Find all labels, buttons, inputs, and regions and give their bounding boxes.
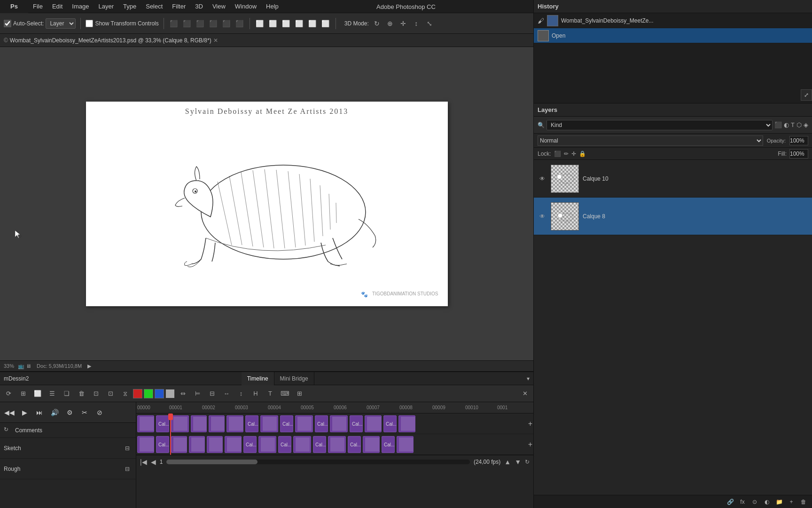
clip-sketch-2[interactable]: ▶ — [171, 415, 189, 432]
anim-tool-arrows[interactable]: ⇔ — [176, 387, 189, 400]
clip-rough-cal-4[interactable]: Cal...▶ — [313, 436, 326, 453]
layer-item-0[interactable]: 👁 Calque 10 — [534, 160, 812, 198]
clip-sketch-8[interactable]: ▶ — [330, 415, 348, 432]
loop-icon[interactable]: ↻ — [525, 459, 530, 465]
clip-sketch-7[interactable]: ▶ — [295, 415, 313, 432]
timeline-tab[interactable]: Timeline — [242, 372, 274, 385]
anim-tool-extra[interactable]: ⊞ — [293, 387, 306, 400]
dist-left-icon[interactable]: ⬜ — [294, 18, 304, 29]
anim-tool-shrink[interactable]: ↕ — [234, 387, 248, 400]
dist-vert-icon[interactable]: ⬜ — [268, 18, 278, 29]
clip-rough-10[interactable] — [397, 436, 414, 453]
layers-kind-select[interactable]: Kind — [547, 120, 773, 130]
menu-file[interactable]: File — [28, 0, 47, 13]
align-vert-center-icon[interactable]: ⬛ — [182, 18, 192, 29]
history-item-1[interactable]: Open — [534, 28, 812, 43]
clip-sketch-10[interactable] — [398, 415, 415, 432]
sketch-track-add-icon[interactable]: + — [528, 420, 532, 428]
clip-sketch-thumb-1[interactable] — [137, 415, 154, 432]
menu-help[interactable]: Help — [261, 0, 283, 13]
anim-color-green[interactable] — [144, 389, 153, 398]
align-top-icon[interactable]: ⬛ — [169, 18, 179, 29]
anim-layer-sketch[interactable]: Sketch ⊟ — [0, 438, 136, 459]
adj-filter-icon[interactable]: ◐ — [784, 121, 789, 128]
anim-tool-copy[interactable]: ❏ — [60, 387, 73, 400]
opacity-input[interactable] — [789, 136, 808, 145]
3d-scale-icon[interactable]: ⤡ — [424, 18, 435, 29]
rough-track-add-icon[interactable]: + — [528, 440, 532, 449]
mute-btn[interactable]: ⊘ — [94, 407, 105, 418]
clip-sketch-cal-6[interactable]: Cal...▶ — [383, 415, 397, 432]
clip-rough-cal-5[interactable]: Cal...▶ — [348, 436, 361, 453]
anim-tool-split[interactable]: ⊨ — [191, 387, 204, 400]
clip-rough-8[interactable]: ▶ — [328, 436, 346, 453]
go-start-btn[interactable]: |◀ — [140, 458, 147, 466]
add-layer-icon[interactable]: + — [787, 497, 796, 507]
settings-btn[interactable]: ⚙ — [64, 407, 75, 418]
play-btn[interactable]: ▶ — [19, 407, 30, 418]
step-forward-btn[interactable]: ⏭ — [34, 407, 45, 418]
align-bottom-icon[interactable]: ⬛ — [195, 18, 205, 29]
anim-color-none[interactable] — [165, 389, 175, 398]
frame-down-btn[interactable]: ▼ — [515, 458, 521, 466]
clip-rough-1[interactable]: Cal...▶ — [156, 436, 169, 453]
history-item-0[interactable]: 🖌 Wombat_SylvainDeboissy_MeetZe... — [534, 13, 812, 28]
rewind-btn[interactable]: ◀◀ — [4, 407, 15, 418]
clip-rough-4[interactable]: ▶ — [207, 436, 223, 453]
clip-rough-7[interactable]: ▶ — [293, 436, 311, 453]
clip-rough-cal-2[interactable]: Cal...▶ — [243, 436, 257, 453]
clip-rough-9[interactable] — [363, 436, 380, 453]
blend-mode-select[interactable]: Normal Multiply Screen — [538, 135, 763, 146]
lock-paint-icon[interactable]: ✏ — [564, 151, 569, 157]
add-group-icon[interactable]: 📁 — [774, 497, 784, 507]
doc-tab-close[interactable]: ✕ — [213, 37, 218, 44]
align-horiz-center-icon[interactable]: ⬛ — [221, 18, 232, 29]
menu-layer[interactable]: Layer — [94, 0, 119, 13]
anim-tool-bracket-r[interactable]: ⊡ — [104, 387, 117, 400]
menu-type[interactable]: Type — [118, 0, 141, 13]
dist-horiz-icon[interactable]: ⬜ — [307, 18, 318, 29]
lock-all-icon[interactable]: 🔒 — [579, 151, 586, 157]
add-mask-icon[interactable]: ⊙ — [750, 497, 759, 507]
timeline-scrollbar[interactable] — [166, 460, 470, 464]
cut-btn[interactable]: ✂ — [79, 407, 90, 418]
menu-3d[interactable]: 3D — [190, 0, 208, 13]
rough-layer-settings-icon[interactable]: ⊟ — [123, 464, 132, 474]
layer-item-1[interactable]: 👁 Calque 8 — [534, 198, 812, 235]
anim-tool-blend[interactable]: ⧖ — [118, 387, 132, 400]
clip-sketch-9[interactable] — [365, 415, 382, 432]
play-button[interactable]: ▶ — [87, 363, 91, 369]
anim-tool-prop[interactable]: ⊟ — [205, 387, 219, 400]
transform-checkbox[interactable] — [86, 20, 93, 27]
3d-pan-icon[interactable]: ✛ — [398, 18, 408, 29]
clip-rough-6[interactable]: ▶ — [258, 436, 276, 453]
clip-sketch-6[interactable]: ▶ — [260, 415, 278, 432]
anim-tool-key[interactable]: ⌨ — [278, 387, 291, 400]
clip-sketch-5[interactable] — [226, 415, 243, 432]
menu-select[interactable]: Select — [141, 0, 167, 13]
frame-up-btn[interactable]: ▲ — [504, 458, 511, 466]
menu-filter[interactable]: Filter — [167, 0, 190, 13]
dist-bottom-icon[interactable]: ⬜ — [281, 18, 291, 29]
menu-image[interactable]: Image — [67, 0, 94, 13]
shape-filter-icon[interactable]: ⬡ — [796, 121, 802, 128]
clip-rough-5[interactable] — [225, 436, 242, 453]
layer-0-visibility-icon[interactable]: 👁 — [538, 174, 547, 183]
anim-tool-1[interactable]: ⟳ — [2, 387, 15, 400]
smart-filter-icon[interactable]: ◈ — [804, 121, 808, 128]
anim-tool-close-panel[interactable]: ✕ — [518, 387, 531, 400]
clip-rough-3[interactable]: ▶ — [189, 436, 205, 453]
3d-orbit-icon[interactable]: ⊕ — [385, 18, 395, 29]
dist-right-icon[interactable]: ⬜ — [320, 18, 331, 29]
add-adj-icon[interactable]: ◐ — [762, 497, 772, 507]
clip-rough-thumb-1[interactable] — [137, 436, 154, 453]
3d-slide-icon[interactable]: ↕ — [411, 18, 422, 29]
layer-style-icon[interactable]: fx — [738, 497, 747, 507]
clip-rough-cal-3[interactable]: Cal...▶ — [278, 436, 291, 453]
audio-btn[interactable]: 🔊 — [49, 407, 60, 418]
anim-color-red[interactable] — [133, 389, 142, 398]
lock-move-icon[interactable]: ✛ — [571, 151, 576, 157]
menu-view[interactable]: View — [208, 0, 230, 13]
anim-tool-layers[interactable]: ☰ — [46, 387, 59, 400]
clip-rough-2[interactable]: ▶ — [171, 436, 187, 453]
